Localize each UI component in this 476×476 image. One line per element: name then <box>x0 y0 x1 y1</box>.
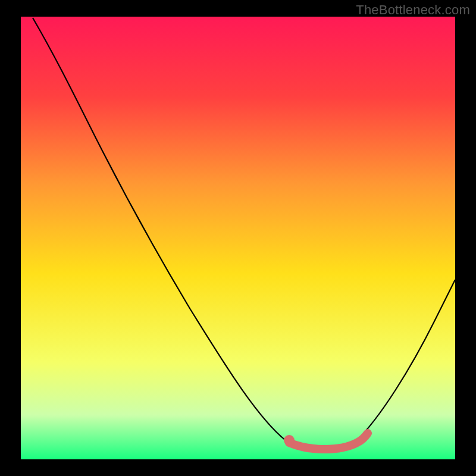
watermark-text: TheBottleneck.com <box>356 2 470 18</box>
bottleneck-chart: TheBottleneck.com <box>0 0 476 476</box>
optimal-point-marker <box>284 435 295 446</box>
chart-plot-area <box>21 17 455 459</box>
chart-svg <box>0 0 476 476</box>
